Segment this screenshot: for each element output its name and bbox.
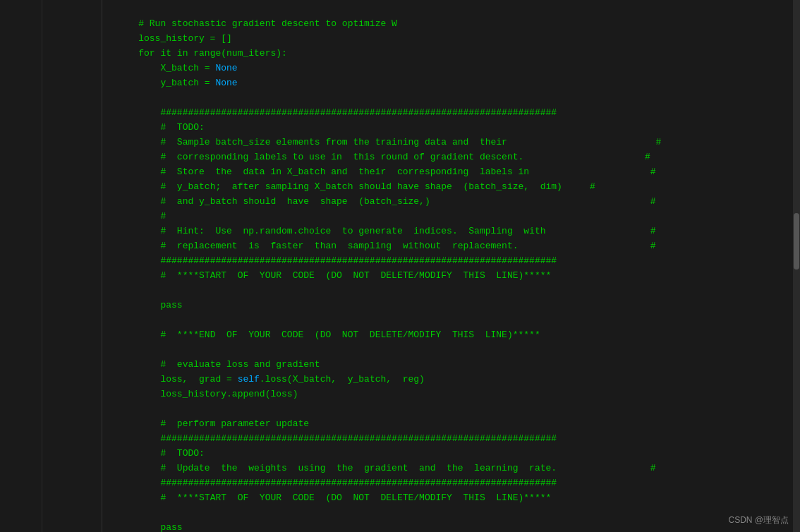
editor-container: # Run stochastic gradient descent to opt… (0, 0, 800, 532)
code-line: ########################################… (116, 253, 793, 268)
code-line: pass (116, 520, 793, 532)
code-line: # perform parameter update (116, 416, 793, 431)
code-line: ########################################… (116, 476, 793, 490)
code-line: # and y_batch should have shape (batch_s… (116, 194, 793, 209)
code-line: # replacement is faster than sampling wi… (116, 238, 793, 253)
code-line: loss, grad = self.loss(X_batch, y_batch,… (116, 372, 793, 387)
code-line: # Sample batch_size elements from the tr… (116, 135, 793, 150)
code-line: # Store the data in X_batch and their co… (116, 164, 793, 179)
scrollbar[interactable] (793, 0, 800, 532)
code-line: X_batch = None (116, 61, 793, 75)
line-numbers (42, 0, 102, 532)
code-line: loss_history = [] (116, 31, 793, 46)
code-line: for it in range(num_iters): (116, 46, 793, 61)
code-editor[interactable]: # Run stochastic gradient descent to opt… (102, 0, 793, 532)
code-line: # y_batch; after sampling X_batch should… (116, 179, 793, 194)
code-line: # ****START OF YOUR CODE (DO NOT DELETE/… (116, 268, 793, 283)
code-line (116, 342, 793, 357)
code-line: ########################################… (116, 431, 793, 446)
code-line (116, 90, 793, 105)
code-line: # ****START OF YOUR CODE (DO NOT DELETE/… (116, 490, 793, 505)
code-line: # Hint: Use np.random.choice to generate… (116, 224, 793, 238)
code-line (116, 401, 793, 416)
code-line (116, 505, 793, 520)
activity-bar (0, 0, 42, 532)
code-line: # TODO: (116, 120, 793, 135)
code-line: # ****END OF YOUR CODE (DO NOT DELETE/MO… (116, 327, 793, 342)
code-line: # (116, 209, 793, 224)
code-line: y_batch = None (116, 75, 793, 90)
code-line: # Run stochastic gradient descent to opt… (116, 16, 793, 31)
scrollbar-thumb[interactable] (794, 213, 799, 270)
code-line: pass (116, 298, 793, 313)
code-line: # evaluate loss and gradient (116, 357, 793, 372)
code-line: loss_history.append(loss) (116, 387, 793, 401)
code-line (116, 283, 793, 298)
code-line (116, 313, 793, 327)
code-line: # Update the weights using the gradient … (116, 461, 793, 476)
code-line: # corresponding labels to use in this ro… (116, 150, 793, 164)
code-line: ########################################… (116, 105, 793, 120)
code-line (116, 1, 793, 16)
code-line: # TODO: (116, 446, 793, 461)
watermark: CSDN @理智点 (728, 514, 789, 526)
